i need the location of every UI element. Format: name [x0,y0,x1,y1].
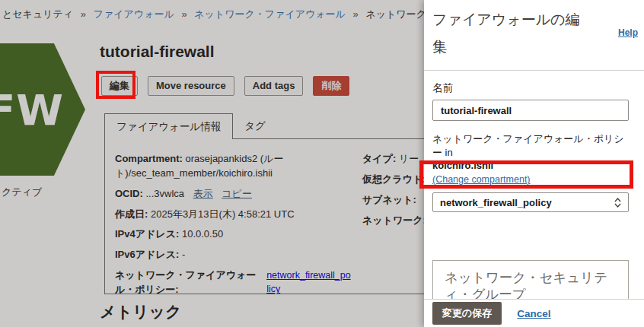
name-label: 名前 [432,81,629,95]
policy-compartment: koichiro.ishii [432,160,629,171]
policy-select-value: network_firewall_policy [440,197,552,208]
cancel-link[interactable]: Cancel [517,308,550,319]
panel-title: ファイアウォールの編集 [432,6,592,61]
name-input[interactable] [432,100,629,121]
policy-in-label: ネットワーク・ファイアウォール・ポリシー in [432,132,629,160]
policy-select[interactable]: network_firewall_policy [432,192,629,212]
save-changes-button[interactable]: 変更の保存 [432,302,502,325]
dim-overlay [0,0,424,327]
change-compartment-link[interactable]: (Change compartment) [432,174,531,185]
edit-firewall-panel: ファイアウォールの編集 Help 名前 ネットワーク・ファイアウォール・ポリシー… [424,0,644,327]
help-link[interactable]: Help [618,27,638,38]
panel-body: 名前 ネットワーク・ファイアウォール・ポリシー in koichiro.ishi… [424,71,644,299]
panel-header: ファイアウォールの編集 Help [424,0,644,71]
chevron-up-down-icon [614,198,621,208]
panel-footer: 変更の保存 Cancel [424,299,644,327]
